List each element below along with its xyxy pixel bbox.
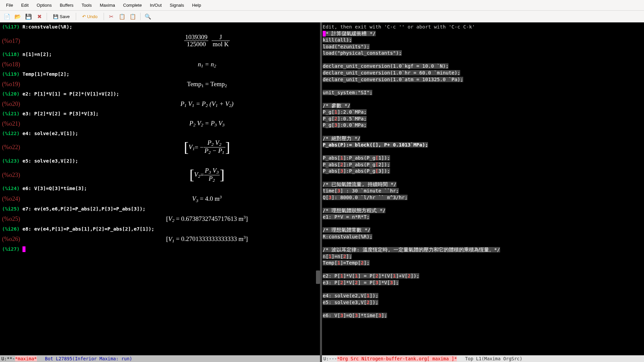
source-line[interactable]: e3: P[2]*V[2] = P[3]*V[3]; xyxy=(323,280,642,286)
menu-buffers[interactable]: Buffers xyxy=(56,1,77,9)
menu-maxima[interactable]: Maxima xyxy=(96,1,118,9)
source-line[interactable]: /* 已知氣體流量, 持續時間 */ xyxy=(323,181,642,188)
undo-button[interactable]: ↶Undo xyxy=(79,12,101,21)
toolbar-separator xyxy=(140,13,141,20)
menu-help[interactable]: Help xyxy=(189,1,205,9)
menu-file[interactable]: File xyxy=(3,1,16,9)
input-prompt: (%i22) xyxy=(2,131,19,136)
source-line[interactable] xyxy=(323,83,642,89)
source-line[interactable]: P_abs[1]:P_abs(P_g[1]); xyxy=(323,155,642,162)
source-line[interactable]: e6: V[3]=Q[3]*time[3]; xyxy=(323,312,642,319)
cut-button[interactable]: ✂ xyxy=(107,12,116,21)
menubar: FileEditOptionsBuffersToolsMaximaComplet… xyxy=(0,0,644,11)
modeline-right[interactable]: U:--- *Org Src Nitrogen-buffer-tank.org[… xyxy=(322,355,644,362)
menu-options[interactable]: Options xyxy=(33,1,55,9)
scrollbar-thumb[interactable] xyxy=(316,270,320,284)
save-button-icon[interactable]: 💾 xyxy=(24,12,33,21)
source-line[interactable]: kill(all); xyxy=(323,37,642,44)
input-prompt: (%i25) xyxy=(2,206,19,212)
input-prompt: (%i17) xyxy=(2,24,19,29)
source-line[interactable]: load("physical_constants"); xyxy=(323,50,642,57)
source-line[interactable]: declare_unit_conversion(1.0`hr = 60.0 `m… xyxy=(323,70,642,76)
source-line[interactable] xyxy=(323,266,642,273)
source-line[interactable] xyxy=(323,175,642,181)
buffer-name: *Org Src Nitrogen-buffer-tank.org[ maxim… xyxy=(337,356,457,361)
source-line[interactable]: unit_system:"SI"; xyxy=(323,89,642,96)
source-line[interactable] xyxy=(323,129,642,135)
source-line[interactable] xyxy=(323,286,642,293)
minibuffer-hint: Edit, then exit with 'C-c '' or abort wi… xyxy=(323,24,642,31)
input-prompt: (%i27) xyxy=(2,246,19,252)
source-line[interactable]: P_abs(P):= block([], P+ 0.1013`MPa); xyxy=(323,142,642,148)
source-line[interactable]: /* 絕對壓力 */ xyxy=(323,135,642,142)
source-line[interactable]: n[1]=n[2]; xyxy=(323,253,642,260)
toolbar: 📄 📂 💾 ✖ 💾Save ↶Undo ✂ 📋 📋 🔍 xyxy=(0,11,644,22)
source-line[interactable] xyxy=(323,240,642,247)
maxima-repl-pane[interactable]: (%i17) R:constvalue(%R); (%o17)103930912… xyxy=(0,22,322,362)
source-line[interactable] xyxy=(323,221,642,227)
menu-complete[interactable]: Complete xyxy=(120,1,145,9)
source-line[interactable]: load("ezunits"); xyxy=(323,44,642,50)
source-line[interactable] xyxy=(323,57,642,63)
source-line[interactable]: declare_unit_conversion(1.0`kgf = 10.0 `… xyxy=(323,63,642,70)
search-button[interactable]: 🔍 xyxy=(144,12,152,21)
source-line[interactable]: Temp[1]=Temp[2]; xyxy=(323,260,642,266)
source-line[interactable]: e2: P[1]*V[1] = P[2]*(V[1]+V[2]); xyxy=(323,273,642,280)
source-line[interactable] xyxy=(323,96,642,103)
delete-button[interactable]: ✖ xyxy=(35,12,44,21)
menu-signals[interactable]: Signals xyxy=(166,1,187,9)
toolbar-separator xyxy=(104,13,104,20)
source-line[interactable]: /* 參數 */ xyxy=(323,103,642,109)
buffer-name: *maxima* xyxy=(15,356,37,361)
source-line[interactable] xyxy=(323,148,642,155)
save-button[interactable]: 💾Save xyxy=(50,12,73,21)
menu-edit[interactable]: Edit xyxy=(18,1,32,9)
input-prompt: (%i18) xyxy=(2,52,19,57)
source-editor-pane[interactable]: Edit, then exit with 'C-c '' or abort wi… xyxy=(322,22,644,362)
input-prompt: (%i19) xyxy=(2,71,19,77)
modeline-left[interactable]: U:**- *maxima* Bot L27895 (Inferior Maxi… xyxy=(0,355,320,362)
source-line[interactable]: P_abs[2]:P_abs(P_g[2]); xyxy=(323,162,642,168)
input-prompt: (%i26) xyxy=(2,226,19,232)
source-line[interactable]: /* 理想氣體常數 */ xyxy=(323,227,642,234)
toolbar-separator xyxy=(47,13,47,20)
source-line[interactable]: * 計算儲氣緩衝槽 */ xyxy=(323,31,642,37)
source-line[interactable]: e5: solve(e3,V[2]); xyxy=(323,299,642,306)
input-prompt: (%i23) xyxy=(2,158,19,164)
editor-area: (%i17) R:constvalue(%R); (%o17)103930912… xyxy=(0,22,644,362)
copy-button[interactable]: 📋 xyxy=(118,12,126,21)
source-line[interactable]: P_g[1]:2.0`MPa; xyxy=(323,109,642,116)
source-line[interactable]: R:constvalue(%R); xyxy=(323,234,642,240)
open-button[interactable]: 📂 xyxy=(13,12,22,21)
toolbar-separator xyxy=(76,13,76,20)
paste-button[interactable]: 📋 xyxy=(128,12,137,21)
source-line[interactable] xyxy=(323,201,642,207)
input-prompt: (%i21) xyxy=(2,111,19,116)
source-line[interactable]: declare_unit_conversion(1.0`atm = 101325… xyxy=(323,76,642,83)
source-line[interactable]: P_g[2]:0.5`MPa; xyxy=(323,116,642,122)
source-line[interactable]: P_abs[3]:P_abs(P_g[3]); xyxy=(323,168,642,175)
menu-in/out[interactable]: In/Out xyxy=(147,1,165,9)
source-line[interactable]: /* 波以耳定律: 溫度恆定時, 一定量氣體的壓力和它的體積的乘積為恆量。*/ xyxy=(323,247,642,253)
menu-tools[interactable]: Tools xyxy=(78,1,95,9)
new-file-button[interactable]: 📄 xyxy=(3,12,11,21)
input-prompt: (%i20) xyxy=(2,91,19,97)
source-line[interactable]: time[3] : 30 `minute ``hr; xyxy=(323,188,642,194)
input-prompt: (%i24) xyxy=(2,186,19,191)
source-line[interactable]: P_g[3]:0.0`MPa; xyxy=(323,122,642,129)
source-line[interactable]: e4: solve(e2,V[1]); xyxy=(323,293,642,299)
source-line[interactable] xyxy=(323,306,642,312)
source-line[interactable]: /* 理想氣體狀態方程式 */ xyxy=(323,207,642,214)
source-line[interactable]: Q[3]: 8000.0 `l/hr `` m^3/hr; xyxy=(323,194,642,201)
text-cursor xyxy=(22,246,25,252)
output-prompt: (%o17) xyxy=(2,38,20,44)
source-line[interactable]: e1: P*V = n*R*T; xyxy=(323,214,642,221)
